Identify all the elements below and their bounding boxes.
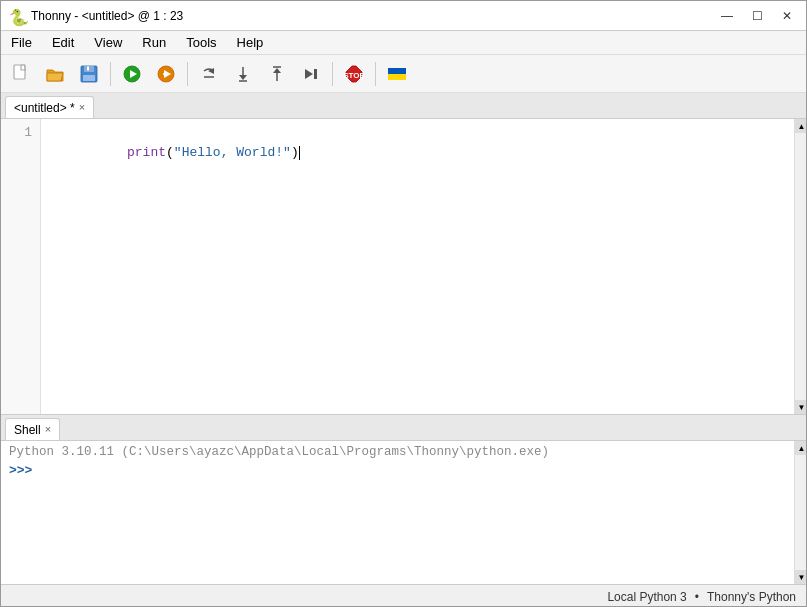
svg-rect-23 xyxy=(388,74,406,80)
status-thonnys-python: Thonny's Python xyxy=(707,590,796,604)
shell-content[interactable]: Python 3.10.11 (C:\Users\ayazc\AppData\L… xyxy=(1,441,794,584)
svg-marker-18 xyxy=(305,69,313,79)
menu-edit[interactable]: Edit xyxy=(42,31,84,54)
status-local-python: Local Python 3 xyxy=(607,590,686,604)
tab-bar: <untitled> * × xyxy=(1,93,807,119)
shell-prompt-line: >>> xyxy=(9,463,786,478)
resume-button[interactable] xyxy=(295,58,327,90)
menu-tools[interactable]: Tools xyxy=(176,31,226,54)
run-icon xyxy=(121,63,143,85)
ukraine-flag-button[interactable] xyxy=(381,58,413,90)
code-line-1: print("Hello, World!") xyxy=(49,123,786,182)
svg-text:STOP: STOP xyxy=(343,71,365,80)
scroll-up-arrow[interactable]: ▲ xyxy=(795,119,808,133)
step-over-button[interactable] xyxy=(193,58,225,90)
main-window: 🐍 Thonny - <untitled> @ 1 : 23 — ☐ ✕ Fil… xyxy=(1,1,807,607)
paren-open: ( xyxy=(166,145,174,160)
ukraine-flag-icon xyxy=(386,63,408,85)
status-bar: Local Python 3 • Thonny's Python xyxy=(1,584,807,607)
stop-button[interactable]: STOP xyxy=(338,58,370,90)
debug-button[interactable] xyxy=(150,58,182,90)
save-file-icon xyxy=(78,63,100,85)
scroll-down-arrow[interactable]: ▼ xyxy=(795,400,808,414)
string-value: "Hello, World!" xyxy=(174,145,291,160)
shell-tab-label: Shell xyxy=(14,423,41,437)
svg-rect-19 xyxy=(314,69,317,79)
editor-wrapper: <untitled> * × 1 print("Hello, World!") … xyxy=(1,93,807,607)
step-into-icon xyxy=(232,63,254,85)
run-button[interactable] xyxy=(116,58,148,90)
menu-bar: File Edit View Run Tools Help xyxy=(1,31,807,55)
title-controls: — ☐ ✕ xyxy=(714,5,800,27)
keyword-print: print xyxy=(127,145,166,160)
open-file-button[interactable] xyxy=(39,58,71,90)
svg-marker-16 xyxy=(273,68,281,73)
svg-rect-0 xyxy=(14,65,25,79)
close-button[interactable]: ✕ xyxy=(774,5,800,27)
code-area[interactable]: print("Hello, World!") xyxy=(41,119,794,414)
menu-run[interactable]: Run xyxy=(132,31,176,54)
editor-row: 1 print("Hello, World!") ▲ ▼ xyxy=(1,119,807,414)
new-file-button[interactable] xyxy=(5,58,37,90)
shell-tab[interactable]: Shell × xyxy=(5,418,60,440)
debug-icon xyxy=(155,63,177,85)
menu-view[interactable]: View xyxy=(84,31,132,54)
window-title: Thonny - <untitled> @ 1 : 23 xyxy=(31,9,183,23)
tab-label: <untitled> * xyxy=(14,101,75,115)
toolbar-separator-2 xyxy=(187,62,188,86)
step-over-icon xyxy=(198,63,220,85)
maximize-button[interactable]: ☐ xyxy=(744,5,770,27)
save-file-button[interactable] xyxy=(73,58,105,90)
editor-tab[interactable]: <untitled> * × xyxy=(5,96,94,118)
shell-panel: Shell × Python 3.10.11 (C:\Users\ayazc\A… xyxy=(1,414,807,584)
menu-file[interactable]: File xyxy=(1,31,42,54)
menu-help[interactable]: Help xyxy=(227,31,274,54)
line-numbers: 1 xyxy=(1,119,41,414)
step-into-button[interactable] xyxy=(227,58,259,90)
line-number-1: 1 xyxy=(1,123,40,143)
toolbar-separator-3 xyxy=(332,62,333,86)
new-file-icon xyxy=(10,63,32,85)
shell-scrollbar[interactable]: ▲ ▼ xyxy=(794,441,807,584)
svg-rect-4 xyxy=(83,75,95,81)
title-bar: 🐍 Thonny - <untitled> @ 1 : 23 — ☐ ✕ xyxy=(1,1,807,31)
svg-rect-22 xyxy=(388,68,406,74)
tab-close-button[interactable]: × xyxy=(79,102,85,113)
toolbar-separator-4 xyxy=(375,62,376,86)
status-separator: • xyxy=(695,590,699,604)
stop-icon: STOP xyxy=(343,63,365,85)
open-file-icon xyxy=(44,63,66,85)
svg-rect-3 xyxy=(87,66,89,70)
text-cursor xyxy=(299,146,300,160)
resume-icon xyxy=(300,63,322,85)
shell-tab-bar: Shell × xyxy=(1,415,807,441)
title-left: 🐍 Thonny - <untitled> @ 1 : 23 xyxy=(9,8,183,24)
minimize-button[interactable]: — xyxy=(714,5,740,27)
step-out-button[interactable] xyxy=(261,58,293,90)
editor-scrollbar[interactable]: ▲ ▼ xyxy=(794,119,807,414)
shell-prompt: >>> xyxy=(9,463,32,478)
shell-tab-close[interactable]: × xyxy=(45,424,51,435)
toolbar: STOP xyxy=(1,55,807,93)
shell-info-text: Python 3.10.11 (C:\Users\ayazc\AppData\L… xyxy=(9,445,786,459)
shell-scroll-down[interactable]: ▼ xyxy=(795,570,808,584)
toolbar-separator-1 xyxy=(110,62,111,86)
paren-close: ) xyxy=(291,145,299,160)
step-out-icon xyxy=(266,63,288,85)
app-icon: 🐍 xyxy=(9,8,25,24)
svg-marker-13 xyxy=(239,75,247,80)
shell-scroll-up[interactable]: ▲ xyxy=(795,441,808,455)
